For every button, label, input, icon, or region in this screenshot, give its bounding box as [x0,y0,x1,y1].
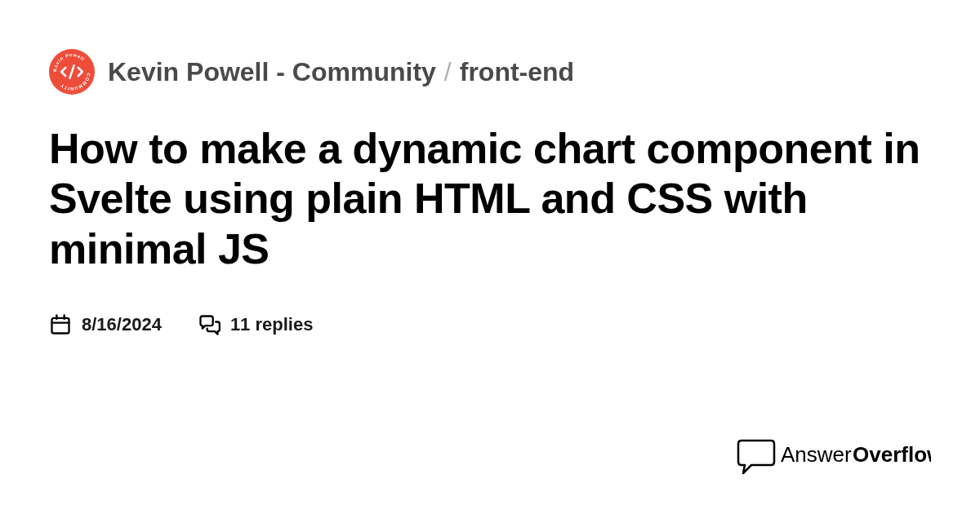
logo-icon: Answer Overflow [735,436,931,481]
channel-name: front-end [460,57,574,87]
breadcrumb-separator: / [444,57,452,87]
breadcrumb: Kevin Powell COMMUNITY Kevin Powell - Co… [49,49,931,95]
answer-overflow-logo: Answer Overflow [735,436,931,485]
svg-text:Answer: Answer [781,442,852,467]
replies-icon [198,313,220,336]
replies-text: 11 replies [230,314,314,335]
breadcrumb-text: Kevin Powell - Community / front-end [108,57,574,87]
code-badge-icon: Kevin Powell COMMUNITY [52,52,91,91]
svg-text:Overflow: Overflow [853,442,931,467]
calendar-icon [49,313,72,336]
post-replies: 11 replies [198,313,314,336]
community-name: Kevin Powell - Community [108,57,436,87]
community-logo: Kevin Powell COMMUNITY [49,49,95,95]
post-meta: 8/16/2024 11 replies [49,313,931,336]
date-text: 8/16/2024 [82,314,162,335]
svg-rect-4 [52,318,69,334]
post-date: 8/16/2024 [49,313,162,336]
post-title: How to make a dynamic chart component in… [49,124,931,274]
